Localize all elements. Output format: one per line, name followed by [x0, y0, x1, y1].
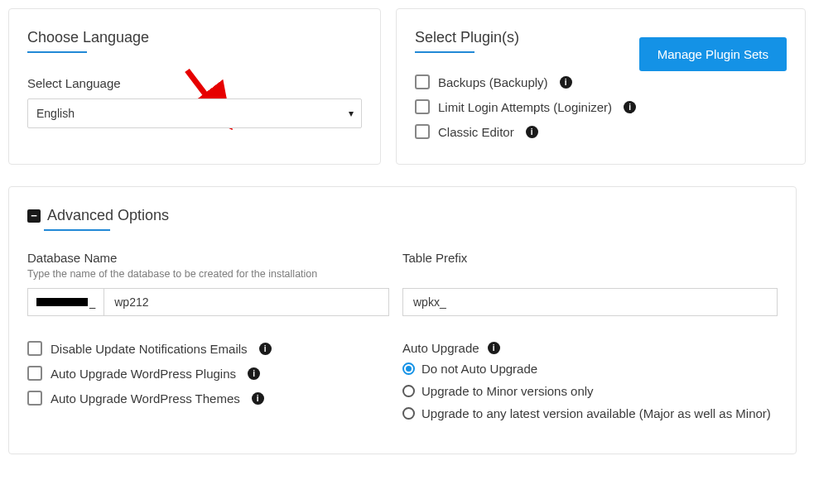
title-underline	[27, 51, 87, 53]
check-label: Auto Upgrade WordPress Plugins	[51, 367, 236, 381]
radio-row[interactable]: Do not Auto Upgrade	[402, 362, 778, 376]
plugin-checkbox-loginizer[interactable]	[415, 99, 430, 114]
plugin-checkbox-backups[interactable]	[415, 74, 430, 89]
auto-upgrade-themes-checkbox[interactable]	[27, 391, 42, 406]
info-icon[interactable]: i	[252, 392, 264, 405]
plugin-label: Limit Login Attempts (Loginizer)	[438, 100, 612, 114]
auto-upgrade-plugins-checkbox[interactable]	[27, 366, 42, 381]
language-select[interactable]: English	[27, 98, 362, 128]
advanced-options-title: Advanced Options	[47, 207, 169, 224]
auto-upgrade-label: Auto Upgrade	[402, 341, 479, 355]
radio-label: Do not Auto Upgrade	[421, 362, 537, 376]
plugin-row[interactable]: Limit Login Attempts (Loginizer) i	[415, 99, 787, 114]
radio-row[interactable]: Upgrade to any latest version available …	[402, 406, 778, 420]
table-prefix-label: Table Prefix	[402, 251, 778, 265]
info-icon[interactable]: i	[248, 367, 260, 380]
choose-language-title: Choose Language	[27, 29, 362, 46]
collapse-icon[interactable]: −	[27, 209, 41, 223]
check-row[interactable]: Auto Upgrade WordPress Themes i	[27, 391, 389, 406]
database-prefix-display: _	[27, 288, 104, 316]
info-icon[interactable]: i	[488, 342, 500, 354]
database-name-hint: Type the name of the database to be crea…	[27, 268, 389, 280]
check-row[interactable]: Disable Update Notifications Emails i	[27, 341, 389, 356]
info-icon[interactable]: i	[560, 76, 572, 89]
auto-upgrade-radio-none[interactable]	[402, 362, 415, 375]
info-icon[interactable]: i	[526, 126, 538, 138]
radio-label: Upgrade to Minor versions only	[421, 384, 594, 398]
advanced-left-column: Database Name Type the name of the datab…	[27, 251, 402, 420]
title-underline	[415, 51, 474, 53]
info-icon[interactable]: i	[259, 343, 272, 355]
plugin-row[interactable]: Classic Editor i	[415, 124, 787, 139]
title-underline	[44, 229, 110, 231]
plugin-row[interactable]: Backups (Backuply) i	[415, 74, 787, 89]
plugin-checkbox-classic-editor[interactable]	[415, 124, 430, 139]
auto-upgrade-radio-minor[interactable]	[402, 385, 415, 397]
table-prefix-input[interactable]	[402, 288, 778, 316]
radio-label: Upgrade to any latest version available …	[421, 406, 771, 420]
auto-upgrade-radio-latest[interactable]	[402, 407, 415, 420]
select-plugins-panel: Manage Plugin Sets Select Plugin(s) Back…	[396, 8, 806, 165]
plugin-label: Backups (Backuply)	[438, 75, 548, 89]
check-row[interactable]: Auto Upgrade WordPress Plugins i	[27, 366, 389, 381]
choose-language-panel: Choose Language Select Language English …	[8, 8, 381, 165]
advanced-options-panel: − Advanced Options Database Name Type th…	[8, 186, 797, 454]
info-icon[interactable]: i	[624, 101, 636, 113]
advanced-right-column: Table Prefix Auto Upgrade i Do not Auto …	[402, 251, 778, 420]
redacted-prefix	[36, 298, 88, 306]
check-label: Auto Upgrade WordPress Themes	[51, 391, 240, 406]
database-prefix-suffix: _	[89, 296, 95, 309]
disable-update-emails-checkbox[interactable]	[27, 341, 42, 356]
select-language-label: Select Language	[27, 76, 362, 90]
database-name-label: Database Name	[27, 251, 389, 265]
database-name-input[interactable]	[104, 288, 389, 316]
manage-plugin-sets-button[interactable]: Manage Plugin Sets	[639, 37, 787, 71]
radio-row[interactable]: Upgrade to Minor versions only	[402, 384, 778, 398]
check-label: Disable Update Notifications Emails	[51, 342, 248, 356]
plugin-label: Classic Editor	[438, 125, 514, 139]
